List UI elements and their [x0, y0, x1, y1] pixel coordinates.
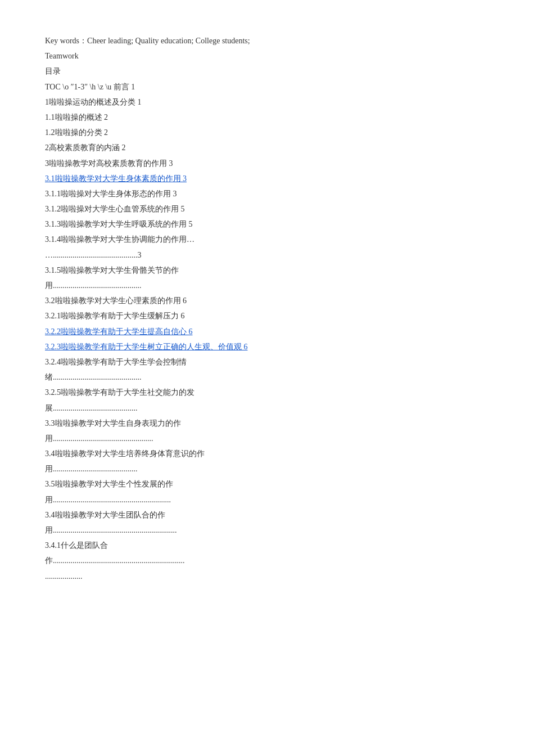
line-3-2-5b: 展.......................................…: [45, 401, 489, 415]
line-3-1-1: 3.1.1啦啦操对大学生身体形态的作用 3: [45, 187, 489, 201]
line-3-2-4a: 3.2.4啦啦操教学有助于大学生学会控制情: [45, 355, 489, 369]
line-3-3b: 用.......................................…: [45, 431, 489, 446]
line-3-4-team-b: 用.......................................…: [45, 523, 489, 537]
line-3-2-3[interactable]: 3.2.3啦啦操教学有助于大学生树立正确的人生观、价值观 6: [45, 340, 489, 354]
line-keywords: Key words：Cheer leading; Quality educati…: [45, 34, 489, 48]
line-1: 1啦啦操运动的概述及分类 1: [45, 95, 489, 109]
line-3-4-1b: 作.......................................…: [45, 554, 489, 568]
line-toc-title: 目录: [45, 64, 489, 78]
line-2: 2高校素质教育的内涵 2: [45, 141, 489, 155]
line-teamwork: Teamwork: [45, 49, 489, 63]
line-3-4b: 用.......................................…: [45, 462, 489, 476]
line-3-4-1a: 3.4.1什么是团队合: [45, 538, 489, 552]
line-3-1-3: 3.1.3啦啦操教学对大学生呼吸系统的作用 5: [45, 217, 489, 231]
line-3-2-4b: 绪.......................................…: [45, 370, 489, 384]
document-container: Key words：Cheer leading; Quality educati…: [45, 34, 489, 583]
line-dots-1: ….......................................…: [45, 248, 489, 262]
line-3-4a: 3.4啦啦操教学对大学生培养终身体育意识的作: [45, 447, 489, 461]
line-1-2: 1.2啦啦操的分类 2: [45, 125, 489, 140]
line-toc-cmd: TOC \o ″1-3″ \h \z \u 前言 1: [45, 80, 489, 94]
line-3-3a: 3.3啦啦操教学对大学生自身表现力的作: [45, 416, 489, 430]
line-3-4-team-a: 3.4啦啦操教学对大学生团队合的作: [45, 508, 489, 522]
line-3-5a: 3.5啦啦操教学对大学生个性发展的作: [45, 477, 489, 491]
line-3-2-5a: 3.2.5啦啦操教学有助于大学生社交能力的发: [45, 385, 489, 399]
line-3-2: 3.2啦啦操教学对大学生心理素质的作用 6: [45, 294, 489, 308]
line-3-1-5a: 3.1.5啦啦操教学对大学生骨骼关节的作: [45, 263, 489, 277]
line-3-2-2[interactable]: 3.2.2啦啦操教学有助于大学生提高自信心 6: [45, 325, 489, 339]
line-3-5b: 用.......................................…: [45, 493, 489, 507]
line-1-1: 1.1啦啦操的概述 2: [45, 110, 489, 124]
line-3-2-1: 3.2.1啦啦操教学有助于大学生缓解压力 6: [45, 309, 489, 323]
line-3-1[interactable]: 3.1啦啦操教学对大学生身体素质的作用 3: [45, 172, 489, 186]
line-dots-end: ...................: [45, 569, 489, 583]
line-3-1-2: 3.1.2啦啦操对大学生心血管系统的作用 5: [45, 202, 489, 216]
line-3-1-5b: 用.......................................…: [45, 278, 489, 292]
line-3: 3啦啦操教学对高校素质教育的作用 3: [45, 156, 489, 170]
line-3-1-4: 3.1.4啦啦操教学对大学生协调能力的作用…: [45, 232, 489, 246]
